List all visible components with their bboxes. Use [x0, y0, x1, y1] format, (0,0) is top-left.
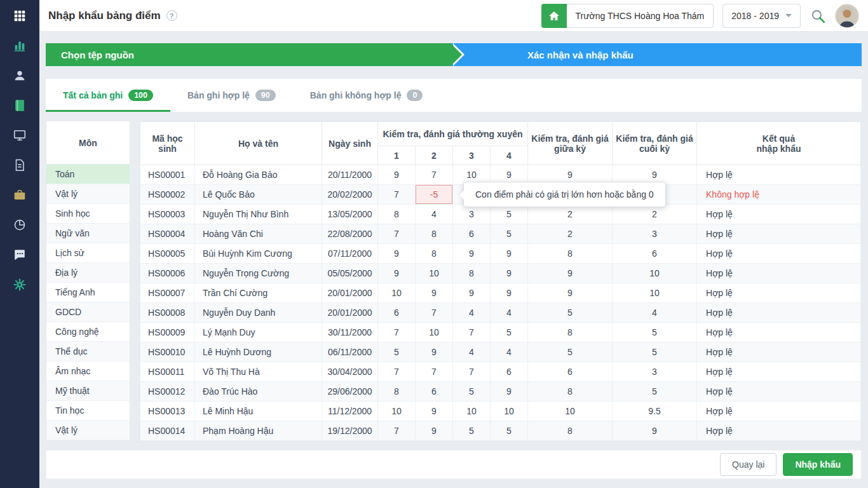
body-row: Môn ToánVật lýSinh họcNgữ vănLịch sửĐịa …	[46, 121, 862, 442]
subject-item[interactable]: Sinh học	[46, 204, 130, 224]
subject-item[interactable]: Mỹ thuật	[46, 381, 130, 401]
tab-label: Bản ghi không hợp lệ	[310, 90, 402, 100]
apps-grid-icon[interactable]	[12, 8, 27, 24]
score-cell: 5	[613, 323, 697, 342]
subject-item[interactable]: Âm nhạc	[46, 362, 130, 381]
back-button[interactable]: Quay lại	[720, 453, 776, 476]
score-table-panel: Mã học sinh Họ và tên Ngày sinh Kiểm tra…	[139, 121, 862, 442]
subject-item[interactable]: Toán	[46, 165, 130, 184]
table-row: HS00008Nguyễn Duy Danh20/01/2000674454Hợ…	[140, 303, 861, 323]
score-cell: 2	[528, 224, 613, 244]
tab-valid-records[interactable]: Bản ghi hợp lệ 90	[170, 79, 293, 112]
subject-item[interactable]: Tiếng Anh	[46, 283, 130, 302]
topbar-right: Trường THCS Hoàng Hoa Thám 2018 - 2019	[541, 4, 859, 28]
subject-item[interactable]: Vật lý	[46, 421, 130, 440]
user-avatar[interactable]	[835, 4, 859, 28]
pie-chart-icon[interactable]	[12, 217, 27, 233]
subject-item[interactable]: Lịch sử	[46, 243, 130, 263]
step-confirm-import[interactable]: Xác nhận và nhập khẩu	[451, 43, 862, 66]
student-id-cell: HS00005	[140, 244, 195, 264]
result-cell: Hợp lệ	[697, 205, 861, 224]
subject-item[interactable]: Công nghệ	[46, 322, 130, 342]
book-icon[interactable]	[12, 98, 27, 113]
search-icon[interactable]	[810, 8, 826, 24]
step-choose-source[interactable]: Chọn tệp nguồn	[46, 43, 451, 66]
student-name-cell: Hoàng Văn Chi	[195, 224, 322, 244]
student-name-cell: Đỗ Hoàng Gia Bảo	[195, 165, 322, 185]
dob-cell: 30/11/2000	[322, 323, 378, 342]
subject-item[interactable]: GDCD	[46, 302, 130, 322]
score-cell: 8	[528, 382, 613, 402]
score-cell: 3	[453, 205, 491, 224]
score-cell: 10	[416, 323, 453, 342]
score-cell: 5	[491, 421, 528, 441]
score-cell: 4	[416, 205, 453, 224]
bar-chart-icon[interactable]	[12, 38, 27, 53]
score-cell: 9	[416, 402, 453, 421]
school-year-select[interactable]: 2018 - 2019	[722, 4, 801, 28]
score-cell: 9	[491, 264, 528, 283]
score-cell: 9.5	[613, 402, 697, 421]
subject-item[interactable]: Vật lý	[46, 184, 130, 204]
score-cell: 7	[378, 362, 416, 382]
score-cell: 6	[416, 382, 453, 402]
score-cell: 7	[378, 224, 416, 244]
student-id-cell: HS00001	[140, 165, 195, 185]
subject-item[interactable]: Tin học	[46, 401, 130, 421]
result-cell: Hợp lệ	[697, 402, 861, 421]
dob-cell: 07/11/2000	[322, 244, 378, 264]
score-cell: 8	[416, 224, 453, 244]
dob-cell: 20/01/2000	[322, 303, 378, 323]
subject-item[interactable]: Địa lý	[46, 263, 130, 283]
score-cell: 6	[378, 303, 416, 323]
student-id-cell: HS00004	[140, 224, 195, 244]
score-cell: 8	[378, 205, 416, 224]
score-cell: 10	[416, 264, 453, 283]
score-cell: 6	[528, 362, 613, 382]
student-id-cell: HS00006	[140, 264, 195, 283]
col-header-regular-4: 4	[491, 146, 528, 165]
tab-invalid-records[interactable]: Bản ghi không hợp lệ 0	[293, 79, 440, 112]
score-cell: 6	[613, 244, 697, 264]
score-cell: 2	[528, 205, 613, 224]
score-cell: 9	[378, 165, 416, 185]
student-id-cell: HS00002	[140, 185, 195, 205]
score-cell: 4	[453, 303, 491, 323]
table-row: HS00010Lê Huỳnh Dương06/11/2000594455Hợp…	[140, 342, 861, 362]
topbar: Nhập khẩu bảng điểm ? Trường THCS Hoàng …	[39, 0, 868, 32]
school-selector[interactable]: Trường THCS Hoàng Hoa Thám	[541, 4, 714, 28]
student-icon[interactable]	[12, 68, 27, 83]
score-cell: 10	[613, 264, 697, 283]
home-icon[interactable]	[541, 4, 567, 28]
student-name-cell: Trần Chí Cường	[195, 283, 322, 303]
score-cell: 7	[453, 362, 491, 382]
dob-cell: 30/04/2000	[322, 362, 378, 382]
score-cell: 9	[378, 264, 416, 283]
subject-panel: Môn ToánVật lýSinh họcNgữ vănLịch sửĐịa …	[46, 121, 130, 441]
tab-all-records[interactable]: Tất cả bản ghi 100	[46, 79, 170, 112]
chat-icon[interactable]	[12, 247, 27, 262]
import-button[interactable]: Nhập khẩu	[783, 453, 853, 476]
result-cell: Hợp lệ	[697, 244, 861, 264]
score-cell: 4	[491, 303, 528, 323]
score-cell: 6	[453, 224, 491, 244]
result-cell: Hợp lệ	[697, 382, 861, 402]
briefcase-icon[interactable]	[12, 187, 27, 203]
score-cell: 7	[416, 165, 453, 185]
score-cell: 4	[491, 342, 528, 362]
table-row: HS00009Lý Mạnh Duy30/11/20007107585Hợp l…	[140, 323, 861, 342]
school-name: Trường THCS Hoàng Hoa Thám	[567, 4, 714, 28]
help-icon[interactable]: ?	[166, 10, 177, 21]
tab-count-badge: 0	[407, 90, 423, 101]
document-icon[interactable]	[12, 158, 27, 173]
score-cell: 8	[378, 382, 416, 402]
student-id-cell: HS00014	[140, 421, 195, 441]
score-cell: 5	[453, 382, 491, 402]
subject-item[interactable]: Ngữ văn	[46, 224, 130, 243]
monitor-icon[interactable]	[12, 128, 27, 143]
dob-cell: 06/11/2000	[322, 342, 378, 362]
score-cell: 5	[491, 205, 528, 224]
col-header-name: Họ và tên	[195, 122, 322, 165]
subject-item[interactable]: Thể dục	[46, 342, 130, 362]
gear-icon[interactable]	[12, 277, 27, 292]
